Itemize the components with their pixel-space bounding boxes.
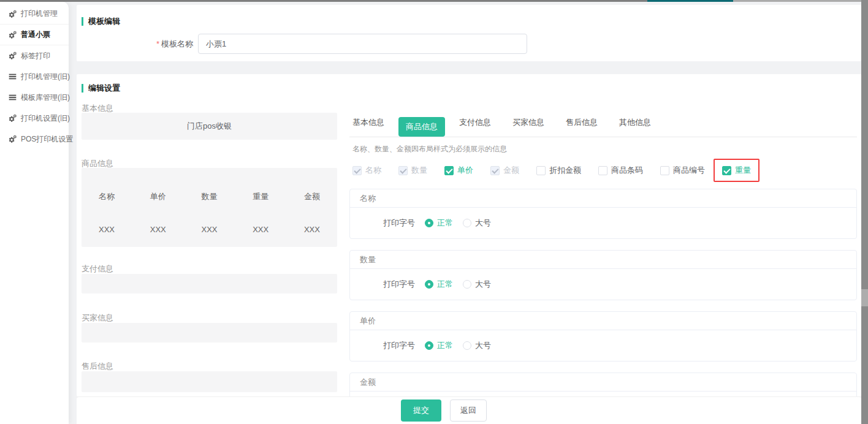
radio-normal[interactable]: 正常 xyxy=(425,279,453,290)
radio-large[interactable]: 大号 xyxy=(463,340,491,351)
field-card-title: 数量 xyxy=(350,251,856,269)
checkbox-icon xyxy=(660,166,669,175)
preview-payment-label: 支付信息 xyxy=(82,263,113,274)
back-button[interactable]: 返回 xyxy=(450,399,487,422)
sidebar-item-label: 打印机管理(旧) xyxy=(21,72,70,82)
cell-value: XXX xyxy=(150,225,166,234)
radio-icon xyxy=(463,280,471,289)
preview-goods-box: 名称 单价 数量 重量 金额 XXX XXX XXX XXX XXX xyxy=(82,168,337,247)
radio-icon xyxy=(463,341,471,350)
tab-aftersale-info[interactable]: 售后信息 xyxy=(566,117,619,137)
print-font-size-label: 打印字号 xyxy=(383,218,415,229)
required-asterisk: * xyxy=(156,39,159,48)
sidebar-item-label: POS打印机设置 xyxy=(21,134,73,145)
preview-buyer-box xyxy=(82,323,337,343)
checkbox-icon xyxy=(444,166,454,175)
checkbox-amount[interactable]: 金额 xyxy=(490,165,519,176)
template-name-input[interactable] xyxy=(198,34,527,54)
field-card-title: 名称 xyxy=(350,189,856,208)
cogs-icon xyxy=(8,135,17,143)
checkbox-discount-amount[interactable]: 折扣金额 xyxy=(536,165,581,176)
radio-normal[interactable]: 正常 xyxy=(425,340,453,351)
checkbox-icon xyxy=(352,166,362,175)
sidebar-item-printer-settings-old[interactable]: 打印机设置(旧) xyxy=(0,108,69,129)
radio-large[interactable]: 大号 xyxy=(463,218,491,229)
cell-value: XXX xyxy=(201,225,217,234)
radio-icon xyxy=(463,219,471,227)
col-weight: 重量 xyxy=(253,191,268,202)
sidebar-item-label: 普通小票 xyxy=(21,29,50,40)
tab-payment-info[interactable]: 支付信息 xyxy=(459,117,512,137)
sidebar-nav: 打印机管理 普通小票 标签打印 打印机管理(旧) 模板库管理(旧) 打印机设置(… xyxy=(0,2,69,424)
tab-basic-info[interactable]: 基本信息 xyxy=(352,117,406,137)
sidebar-item-label: 打印机管理 xyxy=(21,9,58,19)
checkbox-unit-price[interactable]: 单价 xyxy=(444,165,473,176)
template-edit-card: 模板编辑 *模板名称 xyxy=(77,5,861,61)
sidebar-item-template-lib-old[interactable]: 模板库管理(旧) xyxy=(0,87,69,108)
checkbox-icon xyxy=(536,166,546,175)
browser-edge-strip-tab xyxy=(647,0,733,2)
submit-button[interactable]: 提交 xyxy=(401,399,441,422)
edit-settings-card: 编辑设置 基本信息 门店pos收银 商品信息 名称 单价 数量 重量 金额 XX… xyxy=(77,74,861,396)
checkbox-weight-highlighted[interactable]: 重量 xyxy=(714,159,760,182)
checkbox-name[interactable]: 名称 xyxy=(352,165,381,176)
info-tabs: 基本信息 商品信息 支付信息 买家信息 售后信息 其他信息 xyxy=(352,117,672,137)
cogs-icon xyxy=(8,51,17,60)
radio-icon xyxy=(425,219,433,227)
footer-action-bar: 提交 返回 xyxy=(77,396,861,424)
radio-icon xyxy=(425,280,433,289)
settings-column: 基本信息 商品信息 支付信息 买家信息 售后信息 其他信息 名称、数量、金额因布… xyxy=(349,74,857,396)
preview-aftersale-box xyxy=(82,371,337,392)
scrollbar-notch xyxy=(861,289,868,306)
field-card-unit-price: 单价 打印字号 正常 大号 xyxy=(349,311,857,362)
sidebar-item-printer-management[interactable]: 打印机管理 xyxy=(0,4,69,25)
printer-template-admin-page: 打印机管理 普通小票 标签打印 打印机管理(旧) 模板库管理(旧) 打印机设置(… xyxy=(0,0,868,424)
print-font-size-label: 打印字号 xyxy=(383,340,415,351)
preview-goods-value-row: XXX XXX XXX XXX XXX xyxy=(82,225,337,234)
col-name: 名称 xyxy=(99,191,115,202)
preview-buyer-label: 买家信息 xyxy=(82,312,113,324)
checkbox-icon xyxy=(490,166,500,175)
field-settings-cards: 名称 打印字号 正常 大号 数量 xyxy=(349,189,857,396)
section-header-edit-settings: 编辑设置 xyxy=(82,83,120,94)
checkbox-goods-barcode[interactable]: 商品条码 xyxy=(598,165,643,176)
required-fields-hint: 名称、数量、金额因布局样式为必须展示的信息 xyxy=(352,144,507,154)
cell-value: XXX xyxy=(304,225,320,234)
checkbox-icon xyxy=(398,166,408,175)
field-card-name: 名称 打印字号 正常 大号 xyxy=(349,189,857,239)
section-title: 模板编辑 xyxy=(88,16,120,27)
field-card-quantity: 数量 打印字号 正常 大号 xyxy=(349,250,857,300)
cogs-icon xyxy=(8,31,17,39)
list-icon xyxy=(8,93,17,102)
preview-aftersale-label: 售后信息 xyxy=(82,361,113,372)
list-icon xyxy=(8,72,17,81)
sidebar-item-normal-receipt[interactable]: 普通小票 xyxy=(0,25,69,45)
cogs-icon xyxy=(8,10,17,18)
sidebar-item-label: 模板库管理(旧) xyxy=(21,93,70,103)
tab-buyer-info[interactable]: 买家信息 xyxy=(512,117,566,137)
field-card-title: 金额 xyxy=(350,373,856,392)
section-accent-bar xyxy=(82,17,83,26)
col-unit-price: 单价 xyxy=(150,191,166,202)
radio-normal[interactable]: 正常 xyxy=(425,218,453,229)
checkbox-icon xyxy=(598,166,607,175)
template-name-label: *模板名称 xyxy=(77,39,193,50)
radio-large[interactable]: 大号 xyxy=(463,279,491,290)
sidebar-item-printer-management-old[interactable]: 打印机管理(旧) xyxy=(0,66,69,87)
vertical-scrollbar[interactable] xyxy=(861,0,868,424)
field-card-title: 单价 xyxy=(350,312,856,330)
goods-field-checkbox-row: 名称 数量 单价 金额 折扣金额 xyxy=(352,165,751,176)
sidebar-item-pos-printer-settings[interactable]: POS打印机设置 xyxy=(0,129,69,150)
tab-goods-info[interactable]: 商品信息 xyxy=(406,117,459,137)
preview-basic-box: 门店pos收银 xyxy=(82,113,337,140)
cogs-icon xyxy=(8,114,17,123)
sidebar-item-label-print[interactable]: 标签打印 xyxy=(0,45,69,66)
checkbox-quantity[interactable]: 数量 xyxy=(398,165,427,176)
col-amount: 金额 xyxy=(304,191,320,202)
checkbox-goods-code[interactable]: 商品编号 xyxy=(660,165,705,176)
cell-value: XXX xyxy=(253,225,268,234)
field-card-amount: 金额 xyxy=(349,373,857,396)
tab-other-info[interactable]: 其他信息 xyxy=(619,117,672,137)
receipt-preview: 基本信息 门店pos收银 商品信息 名称 单价 数量 重量 金额 XXX XXX… xyxy=(82,99,337,396)
preview-payment-box xyxy=(82,274,337,293)
